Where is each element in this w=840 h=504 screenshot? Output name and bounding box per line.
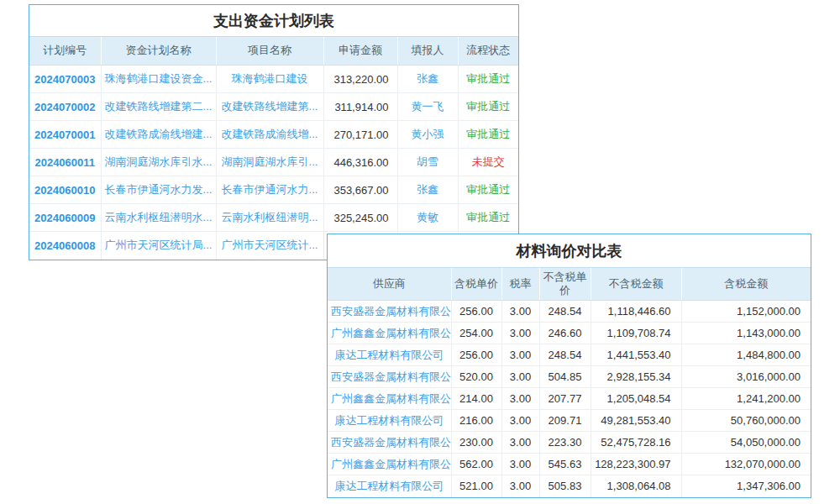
amount-without-tax: 1,118,446.60 [591, 301, 681, 323]
table-row: 2024060010长春市伊通河水力发...长春市伊通河水力...353,667… [29, 176, 518, 204]
amount-without-tax: 52,475,728.16 [591, 432, 681, 454]
reporter-name: 黄一飞 [397, 93, 458, 121]
project-name-link[interactable]: 广州市天河区统计... [216, 232, 323, 260]
unit-price-with-tax: 521.00 [451, 475, 501, 497]
workflow-status: 审批通过 [458, 66, 518, 93]
table-row: 2024070002改建铁路线增建第二...改建铁路线增建第...311,914… [29, 93, 518, 121]
unit-price-without-tax: 248.54 [539, 344, 591, 366]
inquiry-table: 供应商含税单价税率不含税单价不含税金额含税金额 西安盛器金属材料有限公司256.… [328, 268, 811, 497]
request-amount: 353,667.00 [323, 176, 397, 204]
tax-rate: 3.00 [501, 366, 539, 388]
column-header-3: 申请金额 [323, 37, 397, 66]
plan-number-link[interactable]: 2024060010 [29, 176, 101, 204]
expenditure-table-title: 支出资金计划列表 [29, 5, 518, 37]
plan-number-link[interactable]: 2024060011 [29, 149, 101, 176]
unit-price-without-tax: 545.63 [539, 454, 591, 475]
plan-number-link[interactable]: 2024060008 [29, 232, 101, 260]
inquiry-header-row: 供应商含税单价税率不含税单价不含税金额含税金额 [328, 268, 811, 301]
project-name-link[interactable]: 湖南洞庭湖水库引... [216, 149, 323, 176]
table-row: 西安盛器金属材料有限公司520.003.00504.852,928,155.34… [328, 366, 811, 388]
fund-plan-name-link[interactable]: 改建铁路线增建第二... [101, 93, 216, 121]
column-header-2: 项目名称 [216, 37, 323, 66]
table-row: 广州鑫鑫金属材料有限公司254.003.00246.601,109,708.74… [328, 323, 811, 344]
tax-rate: 3.00 [501, 323, 539, 344]
column-header-5: 流程状态 [458, 37, 518, 66]
table-row: 2024060011湖南洞庭湖水库引水...湖南洞庭湖水库引...446,316… [29, 149, 518, 176]
table-row: 广州鑫鑫金属材料有限公司214.003.00207.771,205,048.54… [328, 388, 811, 410]
project-name-link[interactable]: 云南水利枢纽潜明... [216, 204, 323, 232]
project-name-link[interactable]: 长春市伊通河水力... [216, 176, 323, 204]
supplier-name-link[interactable]: 康达工程材料有限公司 [328, 475, 451, 497]
fund-plan-name-link[interactable]: 湖南洞庭湖水库引水... [101, 149, 216, 176]
unit-price-with-tax: 216.00 [451, 410, 501, 432]
supplier-name-link[interactable]: 西安盛器金属材料有限公司 [328, 432, 451, 454]
table-row: 2024060009云南水利枢纽潜明水...云南水利枢纽潜明...325,245… [29, 204, 518, 232]
fund-plan-name-link[interactable]: 改建铁路成渝线增建... [101, 121, 216, 149]
tax-rate: 3.00 [501, 432, 539, 454]
supplier-name-link[interactable]: 康达工程材料有限公司 [328, 344, 451, 366]
expenditure-header-row: 计划编号资金计划名称项目名称申请金额填报人流程状态 [29, 37, 518, 66]
fund-plan-name-link[interactable]: 云南水利枢纽潜明水... [101, 204, 216, 232]
tax-rate: 3.00 [501, 301, 539, 323]
tax-rate: 3.00 [501, 454, 539, 475]
project-name-link[interactable]: 珠海鹤港口建设 [216, 66, 323, 93]
table-row: 康达工程材料有限公司256.003.00248.541,441,553.401,… [328, 344, 811, 366]
plan-number-link[interactable]: 2024070001 [29, 121, 101, 149]
amount-with-tax: 1,241,200.00 [681, 388, 811, 410]
workflow-status: 审批通过 [458, 121, 518, 149]
plan-number-link[interactable]: 2024070003 [29, 66, 101, 93]
table-row: 2024070003珠海鹤港口建设资金...珠海鹤港口建设313,220.00张… [29, 66, 518, 93]
column-header-1: 资金计划名称 [101, 37, 216, 66]
project-name-link[interactable]: 改建铁路成渝线增... [216, 121, 323, 149]
supplier-name-link[interactable]: 广州鑫鑫金属材料有限公司 [328, 388, 451, 410]
amount-with-tax: 3,016,000.00 [681, 366, 811, 388]
reporter-name: 胡雪 [397, 149, 458, 176]
request-amount: 313,220.00 [323, 66, 397, 93]
request-amount: 325,245.00 [323, 204, 397, 232]
tax-rate: 3.00 [501, 344, 539, 366]
amount-without-tax: 1,109,708.74 [591, 323, 681, 344]
supplier-name-link[interactable]: 西安盛器金属材料有限公司 [328, 301, 451, 323]
material-inquiry-table-panel: 材料询价对比表 供应商含税单价税率不含税单价不含税金额含税金额 西安盛器金属材料… [327, 234, 811, 498]
amount-without-tax: 2,928,155.34 [591, 366, 681, 388]
supplier-name-link[interactable]: 广州鑫鑫金属材料有限公司 [328, 323, 451, 344]
supplier-name-link[interactable]: 广州鑫鑫金属材料有限公司 [328, 454, 451, 475]
column-header-3: 不含税单价 [539, 268, 591, 301]
fund-plan-name-link[interactable]: 广州市天河区统计局... [101, 232, 216, 260]
inquiry-table-title: 材料询价对比表 [328, 234, 811, 268]
table-row: 西安盛器金属材料有限公司230.003.00223.3052,475,728.1… [328, 432, 811, 454]
unit-price-without-tax: 209.71 [539, 410, 591, 432]
amount-with-tax: 50,760,000.00 [681, 410, 811, 432]
project-name-link[interactable]: 改建铁路线增建第... [216, 93, 323, 121]
tax-rate: 3.00 [501, 475, 539, 497]
workflow-status: 审批通过 [458, 204, 518, 232]
column-header-5: 含税金额 [681, 268, 811, 301]
workflow-status: 审批通过 [458, 176, 518, 204]
column-header-4: 填报人 [397, 37, 458, 66]
unit-price-with-tax: 562.00 [451, 454, 501, 475]
unit-price-without-tax: 223.30 [539, 432, 591, 454]
amount-with-tax: 54,050,000.00 [681, 432, 811, 454]
amount-without-tax: 1,205,048.54 [591, 388, 681, 410]
unit-price-without-tax: 207.77 [539, 388, 591, 410]
column-header-2: 税率 [501, 268, 539, 301]
supplier-name-link[interactable]: 康达工程材料有限公司 [328, 410, 451, 432]
tax-rate: 3.00 [501, 388, 539, 410]
request-amount: 311,914.00 [323, 93, 397, 121]
amount-with-tax: 1,152,000.00 [681, 301, 811, 323]
fund-plan-name-link[interactable]: 珠海鹤港口建设资金... [101, 66, 216, 93]
workflow-status: 未提交 [458, 149, 518, 176]
table-row: 康达工程材料有限公司521.003.00505.831,308,064.081,… [328, 475, 811, 497]
column-header-0: 供应商 [328, 268, 451, 301]
unit-price-without-tax: 246.60 [539, 323, 591, 344]
column-header-4: 不含税金额 [591, 268, 681, 301]
table-row: 西安盛器金属材料有限公司256.003.00248.541,118,446.60… [328, 301, 811, 323]
workflow-status: 审批通过 [458, 93, 518, 121]
plan-number-link[interactable]: 2024060009 [29, 204, 101, 232]
unit-price-without-tax: 504.85 [539, 366, 591, 388]
supplier-name-link[interactable]: 西安盛器金属材料有限公司 [328, 366, 451, 388]
table-row: 康达工程材料有限公司216.003.00209.7149,281,553.405… [328, 410, 811, 432]
fund-plan-name-link[interactable]: 长春市伊通河水力发... [101, 176, 216, 204]
unit-price-with-tax: 254.00 [451, 323, 501, 344]
plan-number-link[interactable]: 2024070002 [29, 93, 101, 121]
